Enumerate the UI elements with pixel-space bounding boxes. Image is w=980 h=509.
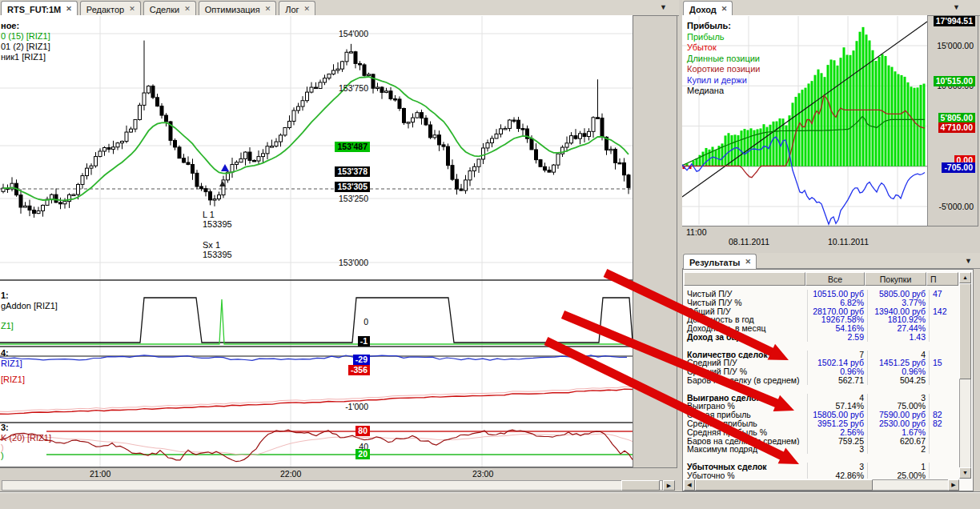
value-sells-clipped (930, 445, 959, 454)
value-sells-clipped (930, 351, 959, 359)
tab-редактор[interactable]: Редактор✕ (80, 1, 141, 16)
results-dropdown-icon[interactable]: ▼ (965, 257, 972, 265)
metric-name: Баров на сделку (в среднем) (684, 437, 808, 446)
value-sells-clipped (930, 471, 959, 479)
results-tabbar: Результаты✕ (682, 253, 980, 269)
column-header-name[interactable] (684, 272, 805, 286)
chart-hscrollbar[interactable] (2, 480, 663, 491)
value-all: 2.59 (808, 333, 868, 342)
income-legend: Прибыль:ПрибыльУбытокДлинные позицииКоро… (687, 21, 760, 97)
metric-name: Средний П/У (684, 359, 808, 367)
table-row[interactable]: Убыточно %42.86%25.00% (684, 471, 959, 479)
income-dropdown-icon[interactable]: ▼ (953, 3, 960, 11)
value-buys: 25.00% (868, 471, 930, 479)
table-row[interactable]: Доход за бар2.591.43 (684, 333, 959, 342)
table-row[interactable]: Средняя прибыль %2.56%1.67% (684, 428, 959, 437)
income-axis-tag: 10'515.00 (934, 76, 975, 86)
results-hscroll-thumb[interactable] (695, 479, 873, 491)
table-row[interactable]: Чистый П/У %6.82%3.77% (684, 299, 959, 307)
close-icon[interactable]: ✕ (721, 6, 728, 13)
tab-сделки[interactable]: Сделки✕ (143, 1, 196, 16)
tab-rts_fut-1m[interactable]: RTS_FUT:1M✕ (1, 1, 78, 16)
table-row[interactable]: Максимум подряд32 (684, 445, 959, 454)
value-buys: 1.43 (868, 333, 930, 342)
metric-name: Доходность в месяц (684, 324, 808, 333)
metric-name: Выиграно сделок (684, 394, 808, 403)
table-spacer-row (684, 454, 959, 463)
results-hscroll-left-button[interactable]: ◀ (684, 479, 695, 491)
results-vscroll-up-button[interactable]: ▲ (959, 272, 971, 283)
tab-оптимизация[interactable]: Оптимизация✕ (199, 1, 277, 16)
value-buys: 3.77% (868, 299, 930, 307)
metric-name: Количество сделок (684, 351, 808, 359)
value-sells-clipped (930, 333, 959, 342)
table-row[interactable]: Баров на сделку (в среднем)759.25620.67 (684, 437, 959, 446)
metric-name: Средняя прибыль % (684, 428, 808, 437)
income-legend-item: Длинные позиции (687, 54, 760, 65)
income-legend-item: Убыток (687, 42, 760, 54)
column-header-Покупки[interactable]: Покупки (865, 272, 926, 286)
value-sells-clipped (930, 463, 959, 471)
table-row[interactable]: Баров на сделку (в среднем)562.71504.25 (684, 376, 959, 385)
chart-hscroll-right-button[interactable]: ▶ (663, 480, 675, 491)
value-all: 6.82% (808, 299, 868, 307)
status-strip (0, 491, 980, 509)
value-sells-clipped: 82 (930, 419, 959, 428)
income-legend-item: Медиана (687, 86, 760, 97)
results-vscroll-thumb[interactable] (959, 283, 971, 379)
income-date2-label: 10.11.2011 (828, 237, 869, 246)
metric-name: Выиграно % (684, 402, 808, 411)
close-icon[interactable]: ✕ (304, 6, 311, 13)
tab-label: Лог (285, 5, 299, 14)
close-icon[interactable]: ✕ (745, 259, 751, 266)
column-header-Все[interactable]: Все (805, 272, 865, 286)
price-chart-canvas[interactable] (0, 15, 677, 467)
tab-лог[interactable]: Лог✕ (279, 1, 315, 16)
chart-tabbar: RTS_FUT:1M✕Редактор✕Сделки✕Оптимизация✕Л… (0, 0, 679, 16)
time-axis-label: 22:00 (280, 469, 301, 479)
income-axis-tag: -705.00 (942, 162, 975, 173)
tab-label: Редактор (86, 5, 124, 14)
income-axis-label: -5'000.00 (929, 202, 974, 211)
value-sells-clipped (930, 394, 959, 403)
tab-результаты[interactable]: Результаты✕ (683, 254, 757, 269)
results-vscroll-down-button[interactable]: ▼ (959, 467, 971, 479)
close-icon[interactable]: ✕ (66, 6, 72, 13)
tab-label: Доход (689, 5, 717, 14)
value-sells-clipped (930, 299, 959, 307)
metric-name: Общая прибыль (684, 411, 808, 419)
tab-доход[interactable]: Доход✕ (683, 1, 733, 16)
table-spacer-row (684, 342, 959, 351)
column-header-П[interactable]: П (926, 272, 958, 286)
metric-name: Баров на сделку (в среднем) (684, 376, 808, 385)
metric-name: Общий П/У (684, 307, 808, 316)
tab-overflow-icon[interactable]: ▼ (660, 3, 667, 11)
metric-name: Чистый П/У (684, 290, 808, 299)
table-spacer-row (684, 385, 959, 394)
value-buys: 504.25 (868, 376, 930, 385)
income-legend-item: Прибыль (687, 32, 760, 43)
close-icon[interactable]: ✕ (129, 6, 135, 13)
tab-label: Оптимизация (205, 5, 260, 14)
metric-name: Максимум подряд (684, 445, 808, 454)
value-all: 2.56% (808, 428, 868, 437)
value-buys: 2 (868, 445, 930, 454)
results-hscroll-right-button[interactable]: ▶ (948, 479, 959, 491)
metric-name: Средняя прибыль (684, 419, 808, 428)
value-sells-clipped (930, 315, 959, 324)
chart-hscroll-thumb[interactable] (621, 480, 660, 491)
results-table-body: Чистый П/У10515.00 руб5805.00 руб47Чисты… (684, 290, 959, 479)
tab-label: RTS_FUT:1M (7, 5, 61, 14)
metric-name: Убыточно % (684, 471, 808, 479)
income-legend-item: Купил и держи (687, 75, 760, 86)
tslab-window: RTS_FUT:1M✕Редактор✕Сделки✕Оптимизация✕Л… (0, 0, 980, 509)
close-icon[interactable]: ✕ (184, 6, 191, 13)
income-axis-label: 15'000.00 (929, 41, 974, 50)
close-icon[interactable]: ✕ (265, 6, 271, 13)
value-sells-clipped: 82 (930, 411, 959, 419)
value-sells-clipped (930, 367, 959, 376)
metric-name: Доход за бар (684, 333, 808, 342)
income-axis-tag: 17'994.51 (934, 16, 975, 26)
value-buys: 1.67% (868, 428, 930, 437)
income-tabbar: Доход✕ (682, 0, 980, 16)
